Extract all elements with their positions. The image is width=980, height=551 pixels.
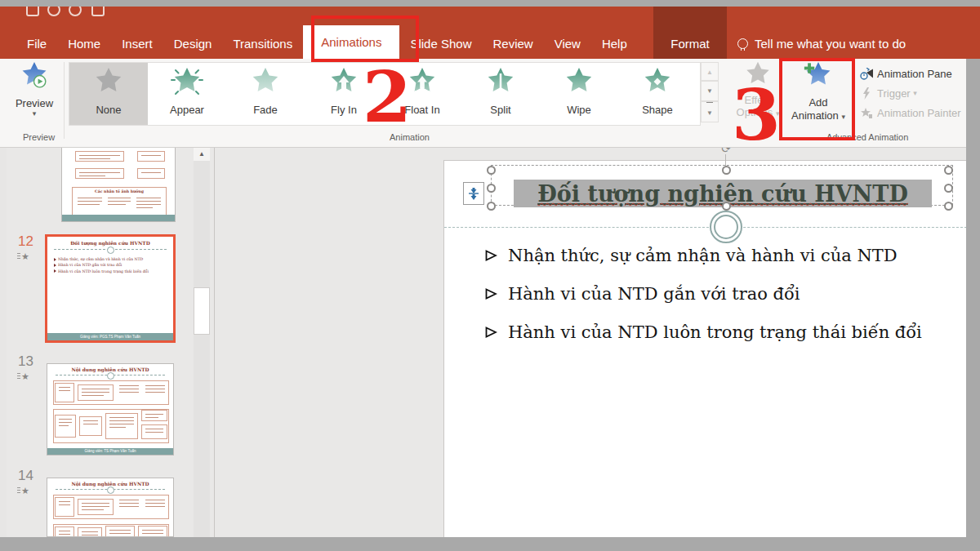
- slide-14-animation-indicator: ★: [17, 486, 29, 496]
- panel-divider: [214, 147, 215, 537]
- gallery-item-none[interactable]: None: [69, 63, 148, 125]
- arrow-bullet-icon: [485, 327, 497, 338]
- slide-bullet-3: Hành vi của NTD luôn trong trạng thái bi…: [485, 322, 922, 342]
- gallery-item-split[interactable]: Split: [461, 63, 540, 125]
- advanced-animation-group: Animation Pane Trigger ▾ Animation Paint…: [859, 64, 966, 122]
- tab-design[interactable]: Design: [163, 29, 223, 59]
- slide-14-number: 14: [18, 468, 33, 484]
- gallery-item-label: None: [69, 104, 148, 116]
- thumb12-bullet: Hành vi của NTD luôn trong trạng thái bi…: [54, 269, 173, 273]
- slide-canvas[interactable]: ⟳ Đối tượng nghiên cứu HVNTD Nhận thức, …: [443, 160, 966, 537]
- star-wipe: [540, 66, 618, 104]
- gallery-scroll-down-button[interactable]: ▼: [701, 81, 719, 101]
- resize-handle[interactable]: [944, 184, 953, 193]
- thumb13-footer: Giảng viên: TS Phạm Văn Tuấn: [47, 448, 173, 455]
- gallery-item-label: Shape: [618, 104, 697, 116]
- crop-band-bottom: [0, 537, 980, 551]
- preview-button[interactable]: Preview ▾: [7, 60, 62, 136]
- tab-review[interactable]: Review: [482, 29, 543, 59]
- resize-handle[interactable]: [944, 202, 953, 211]
- gallery-item-shape[interactable]: Shape: [618, 63, 697, 125]
- gallery-item-label: Split: [461, 104, 540, 116]
- preview-star-icon: [18, 82, 51, 96]
- slide-bullet-1: Nhận thức, sự cảm nhận và hành vi của NT…: [485, 246, 898, 265]
- crop-band-top: [0, 0, 980, 7]
- tell-me-box[interactable]: Tell me what you want to do: [737, 29, 906, 59]
- tab-help[interactable]: Help: [591, 29, 638, 59]
- animation-pane-icon: [859, 68, 874, 80]
- gallery-item-label: Appear: [148, 104, 226, 116]
- resize-handle[interactable]: [487, 184, 496, 193]
- slide-13-animation-indicator: ★: [17, 371, 29, 382]
- annotation-box-add-animation: [779, 58, 855, 140]
- drawing-tools-contextual-header: [653, 7, 727, 29]
- group-separator: [64, 62, 65, 139]
- trigger-lightning-icon: [859, 87, 874, 100]
- rotate-handle[interactable]: ⟳: [719, 147, 733, 155]
- star-appear: [148, 66, 226, 104]
- slide-12-animation-indicator: ★: [17, 251, 29, 262]
- preview-dropdown-caret[interactable]: ▾: [7, 109, 62, 118]
- thumbnail-slide-11[interactable]: Các nhân tố ảnh hưởng: [61, 147, 176, 222]
- tab-view[interactable]: View: [544, 29, 591, 59]
- gallery-item-fade[interactable]: Fade: [226, 63, 305, 125]
- gallery-item-label: Fade: [226, 104, 305, 116]
- preview-label: Preview: [7, 97, 62, 109]
- powerpoint-window: FileHomeInsertDesignTransitionsAnimation…: [0, 0, 980, 551]
- tab-file[interactable]: File: [16, 29, 57, 59]
- autofit-options-button[interactable]: [463, 182, 484, 205]
- thumbnail-slide-14[interactable]: Nội dung nghiên cứu HVNTD: [47, 478, 174, 537]
- slide-12-number: 12: [18, 233, 33, 250]
- animation-painter-icon: [859, 107, 874, 119]
- tell-me-label: Tell me what you want to do: [755, 37, 906, 51]
- star-fade: [226, 66, 305, 104]
- thumbnail-scrollbar[interactable]: ▲: [194, 147, 210, 537]
- gallery-more-button[interactable]: ▼: [701, 101, 719, 122]
- slide-13-number: 13: [18, 353, 33, 370]
- title-bar: [0, 7, 980, 29]
- gallery-item-appear[interactable]: Appear: [148, 63, 226, 125]
- tab-transitions[interactable]: Transitions: [222, 29, 303, 59]
- animation-painter-button[interactable]: Animation Painter: [859, 103, 966, 122]
- thumbnail-slide-12[interactable]: Đối tượng nghiên cứu HVNTD Nhận thức, sự…: [45, 234, 176, 343]
- gallery-scrollbar: ▲ ▼ ▼: [701, 62, 719, 124]
- editor-area: Các nhân tố ảnh hưởng 12 ★ Đối tượng ngh…: [7, 147, 966, 537]
- thumbnail-slide-13[interactable]: Nội dung nghiên cứu HVNTD Giảng viên: TS…: [47, 363, 174, 455]
- trigger-button[interactable]: Trigger ▾: [859, 83, 966, 103]
- crop-band-right: [966, 59, 980, 551]
- slide-bullet-2: Hành vi của NTD gắn với trao đổi: [485, 284, 800, 304]
- thumb12-title: Đối tượng nghiên cứu HVNTD: [47, 241, 173, 246]
- star-split: [461, 66, 540, 104]
- thumb12-footer: Giảng viên: PGS.TS Phạm Văn Tuấn: [47, 333, 173, 340]
- thumb11-factors-heading: Các nhân tố ảnh hưởng: [74, 189, 164, 194]
- arrow-bullet-icon: [485, 288, 497, 300]
- animation-pane-button[interactable]: Animation Pane: [859, 64, 966, 83]
- gallery-item-label: Wipe: [540, 104, 618, 116]
- slide-divider-dashed-line: [444, 227, 966, 228]
- gallery-item-wipe[interactable]: Wipe: [540, 63, 618, 125]
- arrow-bullet-icon: [485, 250, 497, 261]
- annotation-step-2: 2: [363, 64, 412, 131]
- resize-handle[interactable]: [487, 166, 496, 175]
- thumbnail-scrollbar-thumb[interactable]: [194, 287, 210, 335]
- resize-handle[interactable]: [487, 202, 496, 211]
- tab-format[interactable]: Format: [653, 29, 727, 59]
- lightbulb-icon: [737, 38, 748, 49]
- gallery-scroll-up-button[interactable]: ▲: [701, 62, 719, 81]
- star-none: [69, 66, 148, 104]
- resize-handle[interactable]: [722, 166, 731, 175]
- thumb11-footer-bar: [62, 215, 175, 221]
- thumbnail-scroll-up-icon[interactable]: ▲: [194, 147, 210, 161]
- star-shape: [618, 66, 697, 104]
- annotation-step-3: 3: [732, 82, 781, 149]
- resize-handle[interactable]: [722, 202, 731, 211]
- preview-group-label: Preview: [23, 132, 55, 142]
- thumb12-bullet: Hành vi của NTD gắn với trao đổi: [54, 263, 173, 267]
- resize-handle[interactable]: [944, 166, 953, 175]
- slide-decorative-circle-inner: [714, 215, 738, 239]
- tab-insert[interactable]: Insert: [111, 29, 163, 59]
- tab-home[interactable]: Home: [57, 29, 111, 59]
- thumb12-bullet: Nhận thức, sự cảm nhận và hành vi của NT…: [54, 257, 173, 261]
